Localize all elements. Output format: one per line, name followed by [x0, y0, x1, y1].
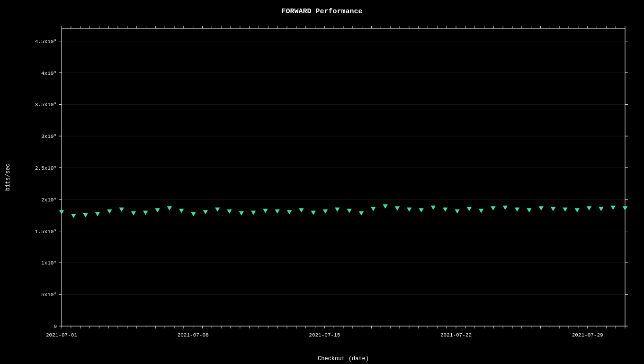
svg-marker-215: [587, 206, 591, 210]
svg-marker-204: [455, 209, 459, 214]
svg-marker-198: [383, 204, 387, 209]
svg-marker-171: [59, 210, 64, 214]
main-chart-svg: 05x10⁸1x10⁹1.5x10⁹2x10⁹2.5x10⁹3x10⁹3.5x1…: [0, 0, 644, 364]
svg-marker-182: [191, 212, 196, 216]
svg-marker-172: [71, 214, 76, 218]
svg-marker-214: [575, 208, 580, 212]
svg-marker-207: [491, 206, 495, 210]
svg-text:2021-07-01: 2021-07-01: [46, 332, 77, 338]
svg-text:Checkout (date): Checkout (date): [318, 355, 369, 362]
svg-marker-213: [563, 208, 567, 212]
svg-text:2021-07-15: 2021-07-15: [309, 332, 340, 338]
svg-marker-205: [467, 207, 472, 211]
svg-marker-217: [610, 206, 615, 210]
svg-text:3.5x10⁹: 3.5x10⁹: [35, 102, 57, 108]
svg-marker-212: [551, 207, 555, 211]
svg-marker-173: [83, 213, 88, 218]
svg-marker-178: [143, 210, 148, 215]
svg-marker-203: [443, 208, 447, 212]
svg-text:2021-07-08: 2021-07-08: [178, 332, 209, 338]
svg-marker-177: [131, 211, 136, 216]
svg-marker-192: [311, 210, 316, 215]
svg-marker-188: [263, 209, 268, 213]
svg-marker-210: [527, 208, 531, 212]
svg-marker-187: [251, 210, 256, 215]
svg-marker-180: [167, 206, 172, 210]
svg-marker-176: [119, 208, 124, 212]
chart-container: FORWARD Performance bits/sec Checkout (d…: [0, 0, 644, 364]
svg-marker-211: [539, 206, 544, 210]
svg-text:0: 0: [54, 324, 57, 329]
svg-marker-174: [95, 212, 100, 216]
svg-text:bits/sec: bits/sec: [5, 164, 11, 191]
svg-marker-206: [479, 209, 483, 213]
svg-marker-199: [395, 206, 400, 210]
svg-marker-183: [203, 210, 208, 214]
svg-marker-191: [299, 208, 304, 212]
svg-text:1.5x10⁹: 1.5x10⁹: [35, 229, 57, 235]
svg-text:3x10⁹: 3x10⁹: [41, 134, 57, 139]
svg-marker-218: [623, 206, 627, 210]
svg-text:2x10⁹: 2x10⁹: [41, 197, 57, 203]
svg-marker-208: [503, 206, 508, 210]
svg-marker-197: [371, 207, 376, 211]
svg-marker-216: [599, 207, 603, 211]
svg-marker-181: [179, 209, 184, 213]
svg-marker-201: [419, 208, 423, 212]
svg-marker-179: [155, 208, 160, 212]
svg-text:1x10⁹: 1x10⁹: [41, 260, 57, 266]
svg-text:2021-07-22: 2021-07-22: [440, 332, 472, 338]
svg-marker-189: [275, 209, 280, 214]
svg-marker-184: [215, 208, 220, 212]
svg-marker-195: [347, 209, 351, 213]
svg-marker-194: [335, 208, 340, 212]
svg-marker-196: [359, 211, 364, 216]
svg-text:4x10⁹: 4x10⁹: [41, 71, 57, 76]
svg-text:4.5x10⁹: 4.5x10⁹: [35, 39, 57, 45]
svg-marker-185: [227, 209, 232, 214]
svg-marker-190: [287, 210, 292, 214]
svg-marker-193: [323, 209, 328, 214]
svg-text:2.5x10⁹: 2.5x10⁹: [35, 165, 57, 171]
svg-marker-209: [515, 208, 519, 212]
svg-marker-200: [407, 208, 411, 212]
svg-marker-175: [107, 209, 112, 214]
svg-text:5x10⁸: 5x10⁸: [41, 292, 57, 298]
svg-marker-202: [431, 206, 436, 210]
svg-text:2021-07-29: 2021-07-29: [572, 332, 603, 338]
svg-marker-186: [239, 211, 244, 216]
